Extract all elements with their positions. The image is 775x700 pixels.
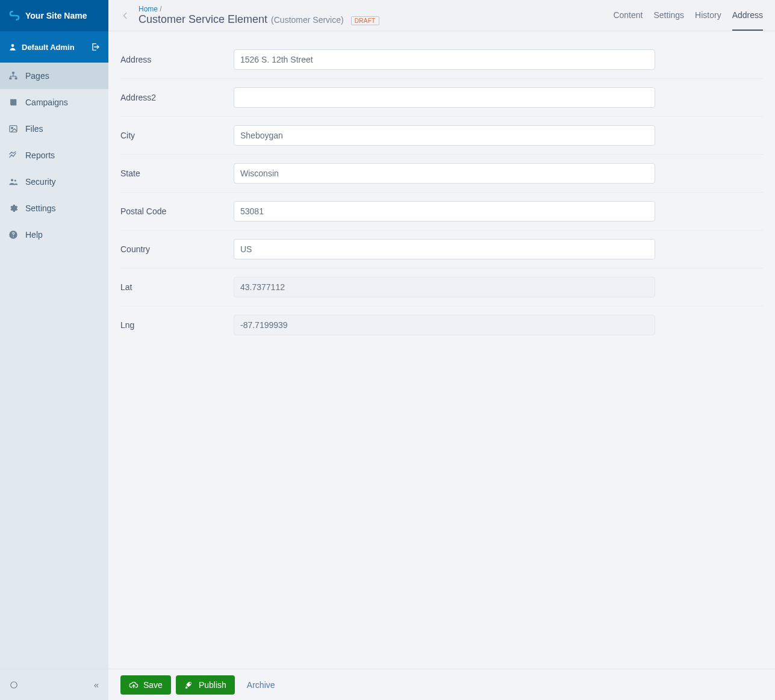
image-icon	[8, 124, 18, 134]
logo-icon	[8, 10, 25, 22]
sidebar-item-label: Campaigns	[25, 98, 68, 107]
tab-history[interactable]: History	[695, 0, 721, 31]
label-lng: Lng	[120, 320, 234, 330]
tabs: Content Settings History Address	[613, 0, 763, 31]
breadcrumb-sep: /	[160, 5, 161, 13]
sidebar-footer: «	[0, 669, 108, 700]
sidebar-item-reports[interactable]: Reports	[0, 142, 108, 169]
tab-settings[interactable]: Settings	[653, 0, 684, 31]
input-city[interactable]	[234, 125, 655, 146]
label-city: City	[120, 131, 234, 140]
svg-rect-3	[15, 78, 17, 79]
book-icon	[8, 98, 18, 107]
input-address2[interactable]	[234, 87, 655, 108]
user-name: Default Admin	[22, 43, 75, 52]
input-address[interactable]	[234, 49, 655, 70]
label-lat: Lat	[120, 282, 234, 292]
help-icon	[8, 230, 18, 240]
tab-address[interactable]: Address	[732, 0, 763, 31]
back-button[interactable]	[120, 11, 130, 20]
brand-header[interactable]: Your Site Name	[0, 0, 108, 31]
svg-rect-1	[12, 72, 14, 73]
breadcrumb-home[interactable]: Home	[139, 5, 158, 13]
svg-point-5	[11, 127, 13, 129]
svg-rect-2	[9, 78, 11, 79]
sidebar-item-help[interactable]: Help	[0, 221, 108, 248]
sidebar-item-label: Security	[25, 177, 56, 187]
sitemap-icon	[8, 71, 18, 81]
users-icon	[8, 177, 18, 187]
user-icon	[8, 43, 17, 51]
sidebar-item-label: Pages	[25, 71, 49, 81]
brand-name: Your Site Name	[25, 11, 87, 20]
label-country: Country	[120, 244, 234, 254]
breadcrumb-and-title: Home / Customer Service Element (Custome…	[139, 5, 605, 26]
label-address: Address	[120, 55, 234, 64]
collapse-sidebar-button[interactable]: «	[94, 680, 99, 690]
sidebar-item-label: Reports	[25, 150, 55, 160]
sidebar-item-label: Files	[25, 124, 43, 134]
main: Home / Customer Service Element (Custome…	[108, 0, 775, 700]
page-title: Customer Service Element	[139, 13, 267, 26]
page-subtype: (Customer Service)	[271, 15, 344, 25]
svg-point-7	[14, 179, 16, 181]
row-address: Address	[120, 41, 763, 79]
logout-icon[interactable]	[90, 42, 100, 52]
input-lat	[234, 277, 655, 297]
sidebar-item-security[interactable]: Security	[0, 169, 108, 195]
status-badge: DRAFT	[351, 16, 379, 25]
input-lng	[234, 315, 655, 335]
row-lng: Lng	[120, 306, 763, 344]
sidebar-user: Default Admin	[0, 31, 108, 63]
breadcrumb: Home /	[139, 5, 605, 13]
sidebar: Your Site Name Default Admin Pages	[0, 0, 108, 700]
row-address2: Address2	[120, 79, 763, 117]
sidebar-item-pages[interactable]: Pages	[0, 63, 108, 89]
svg-point-10	[11, 681, 17, 688]
input-country[interactable]	[234, 239, 655, 259]
svg-rect-4	[10, 126, 17, 132]
sidebar-item-label: Settings	[25, 203, 56, 213]
sidebar-item-label: Help	[25, 230, 43, 240]
archive-link[interactable]: Archive	[247, 680, 275, 690]
row-country: Country	[120, 231, 763, 268]
input-state[interactable]	[234, 163, 655, 184]
status-circle-icon[interactable]	[10, 681, 18, 689]
input-postal[interactable]	[234, 201, 655, 221]
label-address2: Address2	[120, 93, 234, 102]
sidebar-item-campaigns[interactable]: Campaigns	[0, 89, 108, 116]
row-postal: Postal Code	[120, 193, 763, 231]
save-button[interactable]: Save	[120, 675, 171, 695]
gear-icon	[8, 203, 18, 213]
row-state: State	[120, 155, 763, 193]
rocket-icon	[184, 680, 194, 690]
footer-bar: Save Publish Archive	[108, 669, 775, 700]
publish-button[interactable]: Publish	[176, 675, 235, 695]
cloud-upload-icon	[129, 680, 139, 690]
label-postal: Postal Code	[120, 206, 234, 216]
svg-point-6	[11, 179, 13, 181]
svg-point-9	[13, 237, 14, 238]
chart-icon	[8, 150, 18, 160]
tab-content[interactable]: Content	[613, 0, 643, 31]
label-state: State	[120, 169, 234, 178]
sidebar-nav: Pages Campaigns Files Reports	[0, 63, 108, 669]
form-body: Address Address2 City State Postal Code …	[108, 31, 775, 669]
sidebar-item-files[interactable]: Files	[0, 116, 108, 142]
topbar: Home / Customer Service Element (Custome…	[108, 0, 775, 31]
sidebar-item-settings[interactable]: Settings	[0, 195, 108, 221]
svg-point-0	[11, 44, 14, 47]
row-city: City	[120, 117, 763, 155]
row-lat: Lat	[120, 268, 763, 306]
